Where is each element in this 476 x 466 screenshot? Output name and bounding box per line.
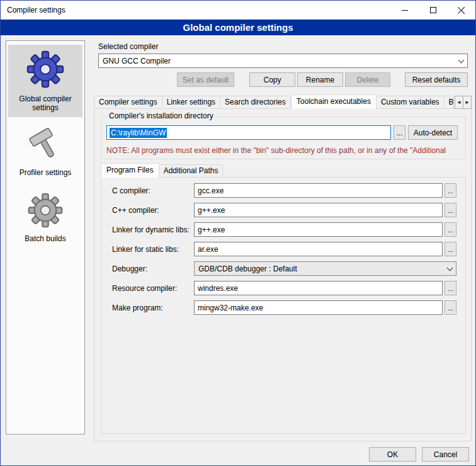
sidebar-item-batch-builds[interactable]: Batch builds bbox=[8, 187, 82, 248]
set-as-default-button[interactable]: Set as default bbox=[177, 72, 234, 87]
subtab-program-files[interactable]: Program Files bbox=[101, 163, 159, 178]
resource-compiler-input[interactable] bbox=[194, 281, 443, 295]
field-label: C++ compiler: bbox=[112, 206, 194, 215]
installation-directory-group: Compiler's installation directory C:\ray… bbox=[101, 116, 466, 159]
debugger-select-value: GDB/CDB debugger : Default bbox=[195, 264, 443, 273]
maximize-icon bbox=[430, 7, 436, 13]
titlebar[interactable]: Compiler settings bbox=[1, 1, 475, 20]
browse-directory-button[interactable]: ... bbox=[394, 125, 405, 140]
tab-scroll-left-button[interactable]: ◄ bbox=[455, 96, 463, 109]
close-icon bbox=[458, 6, 465, 14]
reset-defaults-button[interactable]: Reset defaults bbox=[405, 72, 468, 87]
tab-custom-variables[interactable]: Custom variables bbox=[377, 96, 445, 109]
gear-grey-icon bbox=[27, 192, 64, 230]
selected-compiler-label: Selected compiler bbox=[98, 42, 158, 51]
sidebar-item-label: Batch builds bbox=[25, 234, 65, 243]
chevron-down-icon bbox=[443, 268, 456, 270]
ok-button[interactable]: OK bbox=[369, 447, 416, 462]
sidebar-item-label: Global compiler settings bbox=[9, 94, 81, 112]
linker-static-input[interactable] bbox=[194, 242, 443, 256]
cancel-button[interactable]: Cancel bbox=[422, 447, 469, 462]
hammer-icon bbox=[28, 127, 63, 164]
window-controls bbox=[390, 1, 475, 20]
cpp-compiler-input[interactable] bbox=[194, 203, 443, 217]
linker-dynamic-browse-button[interactable]: ... bbox=[445, 222, 456, 237]
field-label: Linker for dynamic libs: bbox=[112, 225, 194, 234]
copy-button[interactable]: Copy bbox=[249, 72, 295, 87]
tab-linker-settings[interactable]: Linker settings bbox=[162, 96, 220, 109]
form-row-cpp-compiler: C++ compiler: ... bbox=[112, 203, 465, 217]
tab-scroll-right-button[interactable]: ► bbox=[463, 96, 472, 109]
toolchain-executables-page: Compiler's installation directory C:\ray… bbox=[94, 108, 472, 441]
group-title: Compiler's installation directory bbox=[106, 111, 216, 120]
field-label: Resource compiler: bbox=[112, 284, 194, 293]
linker-static-browse-button[interactable]: ... bbox=[445, 242, 456, 256]
delete-button[interactable]: Delete bbox=[345, 72, 390, 87]
close-button[interactable] bbox=[447, 1, 475, 20]
field-label: Debugger: bbox=[112, 264, 194, 273]
debugger-select[interactable]: GDB/CDB debugger : Default bbox=[194, 261, 456, 276]
resource-compiler-browse-button[interactable]: ... bbox=[445, 281, 456, 295]
form-row-debugger: Debugger: GDB/CDB debugger : Default bbox=[112, 261, 465, 276]
tabstrip: Compiler settings Linker settings Search… bbox=[94, 94, 472, 109]
tab-search-directories[interactable]: Search directories bbox=[220, 96, 291, 109]
page-title: Global compiler settings bbox=[1, 20, 475, 35]
auto-detect-button[interactable]: Auto-detect bbox=[408, 125, 458, 140]
field-label: Make program: bbox=[112, 304, 194, 312]
compiler-select-value: GNU GCC Compiler bbox=[99, 57, 455, 65]
sidebar-item-label: Profiler settings bbox=[20, 168, 72, 177]
form-row-c-compiler: C compiler: ... bbox=[112, 183, 465, 198]
c-compiler-browse-button[interactable]: ... bbox=[445, 183, 456, 198]
form-row-linker-dynamic: Linker for dynamic libs: ... bbox=[112, 222, 465, 237]
field-label: C compiler: bbox=[112, 186, 194, 195]
chevron-down-icon bbox=[455, 60, 467, 62]
make-program-browse-button[interactable]: ... bbox=[445, 300, 456, 315]
installation-directory-value: C:\raylib\MinGW bbox=[110, 128, 167, 138]
sidebar: Global compiler settings Profiler settin… bbox=[6, 40, 85, 435]
program-files-panel: C compiler: ... C++ compiler: ... Linker… bbox=[101, 177, 466, 434]
c-compiler-input[interactable] bbox=[194, 183, 443, 198]
tab-compiler-settings[interactable]: Compiler settings bbox=[94, 96, 162, 109]
form-row-make-program: Make program: ... bbox=[112, 300, 465, 315]
minimize-button[interactable] bbox=[390, 1, 419, 20]
installation-directory-input[interactable]: C:\raylib\MinGW bbox=[106, 125, 391, 140]
maximize-button[interactable] bbox=[419, 1, 447, 20]
rename-button[interactable]: Rename bbox=[297, 72, 343, 87]
make-program-input[interactable] bbox=[194, 300, 443, 315]
tab-scroll-arrows: ◄ ► bbox=[455, 96, 472, 109]
compiler-select[interactable]: GNU GCC Compiler bbox=[98, 54, 468, 68]
window-title: Compiler settings bbox=[1, 6, 390, 14]
sidebar-item-global-compiler-settings[interactable]: Global compiler settings bbox=[8, 45, 82, 117]
minimize-icon bbox=[402, 10, 408, 11]
subtabstrip: Program Files Additional Paths bbox=[101, 163, 223, 178]
sidebar-item-profiler-settings[interactable]: Profiler settings bbox=[8, 122, 82, 182]
note-text: NOTE: All programs must exist either in … bbox=[106, 146, 463, 155]
tab-build-options[interactable]: Build bbox=[445, 96, 454, 109]
form-row-linker-static: Linker for static libs: ... bbox=[112, 242, 465, 256]
cpp-compiler-browse-button[interactable]: ... bbox=[445, 203, 456, 217]
tab-toolchain-executables[interactable]: Toolchain executables bbox=[291, 94, 377, 109]
gear-blue-icon bbox=[26, 50, 65, 91]
form-row-resource-compiler: Resource compiler: ... bbox=[112, 281, 465, 295]
linker-dynamic-input[interactable] bbox=[194, 222, 443, 237]
subtab-additional-paths[interactable]: Additional Paths bbox=[159, 164, 224, 178]
field-label: Linker for static libs: bbox=[112, 245, 194, 254]
compiler-settings-window: Compiler settings Global compiler settin… bbox=[0, 0, 476, 466]
